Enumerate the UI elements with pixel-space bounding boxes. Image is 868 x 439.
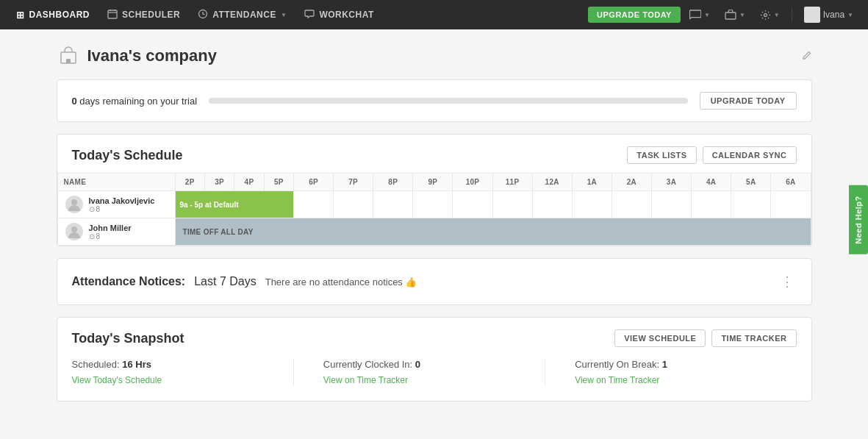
col-8p: 8P — [373, 174, 413, 191]
shop-button[interactable]: ▼ — [719, 0, 751, 29]
user-menu-button[interactable]: Ivana ▼ — [798, 0, 859, 29]
time-tracker-button[interactable]: TIME TRACKER — [711, 329, 796, 347]
settings-dropdown-icon: ▼ — [774, 12, 780, 18]
svg-point-12 — [71, 226, 77, 232]
scheduler-icon — [107, 9, 118, 21]
on-break-value: 1 — [662, 359, 667, 370]
on-break-label: Currently On Break: 1 — [575, 359, 784, 370]
col-4a: 4A — [692, 174, 731, 191]
trial-progress-bar — [209, 98, 688, 104]
col-6a: 6A — [771, 174, 811, 191]
col-9p: 9P — [413, 174, 453, 191]
messages-button[interactable]: ▼ — [684, 0, 716, 29]
employee-name: Ivana Jakovljevic — [89, 196, 155, 205]
nav-workchat[interactable]: WORKCHAT — [297, 0, 381, 29]
scheduled-value: 16 Hrs — [122, 359, 151, 370]
snapshot-on-break: Currently On Break: 1 View on Time Track… — [545, 359, 796, 386]
user-dropdown-icon: ▼ — [847, 12, 853, 18]
dashboard-icon: ⊞ — [16, 10, 25, 21]
messages-dropdown-icon: ▼ — [704, 12, 710, 18]
chat-icon — [304, 9, 315, 21]
svg-rect-7 — [725, 13, 736, 19]
avatar — [65, 223, 83, 240]
view-time-tracker-link-2[interactable]: View on Time Tracker — [575, 375, 659, 385]
svg-rect-10 — [66, 59, 71, 63]
calendar-sync-button[interactable]: CALENDAR SYNC — [703, 146, 797, 164]
attendance-section: Attendance Notices: Last 7 Days There ar… — [57, 259, 811, 304]
company-header-left: Ivana's company — [57, 44, 217, 68]
snapshot-body: Scheduled: 16 Hrs View Today's Schedule … — [57, 359, 811, 401]
trial-text: 0 days remaining on your trial — [72, 96, 198, 107]
snapshot-title: Today's Snapshot — [72, 331, 184, 346]
schedule-table: NAME 2P 3P 4P 5P 6P 7P 8P 9P 10P 11P 12A… — [57, 173, 811, 246]
employee-name: John Miller — [89, 224, 132, 232]
col-6p: 6P — [294, 174, 334, 191]
col-2a: 2A — [611, 174, 651, 191]
need-help-tab[interactable]: Need Help? — [849, 185, 868, 254]
avatar — [65, 196, 83, 213]
attendance-subtitle: Last 7 Days — [194, 275, 256, 288]
attendance-notice-text: There are no attendance notices 👍 — [265, 276, 769, 288]
shift-bar: 9a - 5p at Default — [176, 191, 294, 218]
col-3p: 3P — [204, 174, 234, 191]
col-5p: 5P — [264, 174, 293, 191]
task-lists-button[interactable]: TASK LISTS — [627, 146, 696, 164]
snapshot-scheduled: Scheduled: 16 Hrs View Today's Schedule — [72, 359, 293, 386]
schedule-card: Today's Schedule TASK LISTS CALENDAR SYN… — [57, 134, 812, 246]
schedule-table-container: NAME 2P 3P 4P 5P 6P 7P 8P 9P 10P 11P 12A… — [57, 173, 811, 246]
nav-dashboard[interactable]: ⊞ DASHBOARD — [9, 0, 97, 29]
view-schedule-link[interactable]: View Today's Schedule — [72, 375, 162, 385]
shift-cell: 9a - 5p at Default — [175, 191, 294, 218]
employee-name-cell: Ivana Jakovljevic ⊙ 8 — [57, 191, 175, 218]
col-name: NAME — [57, 174, 175, 191]
col-11p: 11P — [492, 174, 532, 191]
schedule-card-actions: TASK LISTS CALENDAR SYNC — [627, 146, 796, 164]
attendance-title: Attendance Notices: — [72, 275, 186, 288]
company-name: Ivana's company — [87, 46, 217, 65]
nav-attendance[interactable]: ATTENDANCE ▼ — [190, 0, 294, 29]
schedule-title: Today's Schedule — [72, 148, 183, 163]
snapshot-clocked-in: Currently Clocked In: 0 View on Time Tra… — [293, 359, 545, 386]
nav-scheduler[interactable]: SCHEDULER — [100, 0, 187, 29]
clock-small-icon: ⊙ — [89, 205, 95, 213]
svg-point-8 — [764, 13, 767, 16]
col-1a: 1A — [572, 174, 611, 191]
view-schedule-button[interactable]: VIEW SCHEDULE — [614, 329, 706, 347]
clock-small-icon: ⊙ — [89, 232, 95, 240]
clocked-in-value: 0 — [415, 359, 420, 370]
scheduled-label: Scheduled: 16 Hrs — [72, 359, 281, 370]
snapshot-header: Today's Snapshot VIEW SCHEDULE TIME TRAC… — [57, 318, 811, 359]
edit-icon[interactable] — [802, 50, 812, 63]
schedule-header-row: NAME 2P 3P 4P 5P 6P 7P 8P 9P 10P 11P 12A… — [57, 174, 811, 191]
col-12a: 12A — [532, 174, 572, 191]
table-row: Ivana Jakovljevic ⊙ 8 9a - 5p at Default — [57, 191, 811, 218]
clocked-in-label: Currently Clocked In: 0 — [323, 359, 533, 370]
company-icon — [57, 44, 80, 68]
svg-rect-0 — [108, 10, 117, 18]
timeoff-cell: TIME OFF ALL DAY — [175, 218, 811, 246]
employee-hours: ⊙ 8 — [89, 232, 132, 240]
trial-bar: 0 days remaining on your trial UPGRADE T… — [57, 79, 812, 122]
employee-name-cell: John Miller ⊙ 8 — [57, 218, 175, 246]
trial-upgrade-button[interactable]: UPGRADE TODAY — [700, 92, 797, 110]
settings-button[interactable]: ▼ — [754, 0, 786, 29]
col-2p: 2P — [175, 174, 204, 191]
clock-icon — [198, 9, 208, 21]
snapshot-card: Today's Snapshot VIEW SCHEDULE TIME TRAC… — [57, 317, 812, 401]
attendance-card: Attendance Notices: Last 7 Days There ar… — [57, 258, 812, 305]
attendance-more-button[interactable]: ⋮ — [778, 271, 797, 293]
timeoff-bar: TIME OFF ALL DAY — [176, 218, 811, 245]
snapshot-card-actions: VIEW SCHEDULE TIME TRACKER — [614, 329, 796, 347]
col-5a: 5A — [731, 174, 771, 191]
company-header: Ivana's company — [57, 44, 812, 68]
col-3a: 3A — [651, 174, 691, 191]
upgrade-button[interactable]: UPGRADE TODAY — [588, 7, 681, 23]
col-10p: 10P — [453, 174, 492, 191]
view-time-tracker-link-1[interactable]: View on Time Tracker — [323, 375, 408, 385]
shop-dropdown-icon: ▼ — [739, 12, 745, 18]
svg-point-11 — [71, 199, 77, 205]
main-content: Ivana's company 0 days remaining on your… — [45, 29, 824, 428]
col-4p: 4P — [234, 174, 264, 191]
employee-hours: ⊙ 8 — [89, 205, 155, 213]
top-navigation: ⊞ DASHBOARD SCHEDULER ATTENDANCE ▼ WORKC… — [0, 0, 868, 29]
